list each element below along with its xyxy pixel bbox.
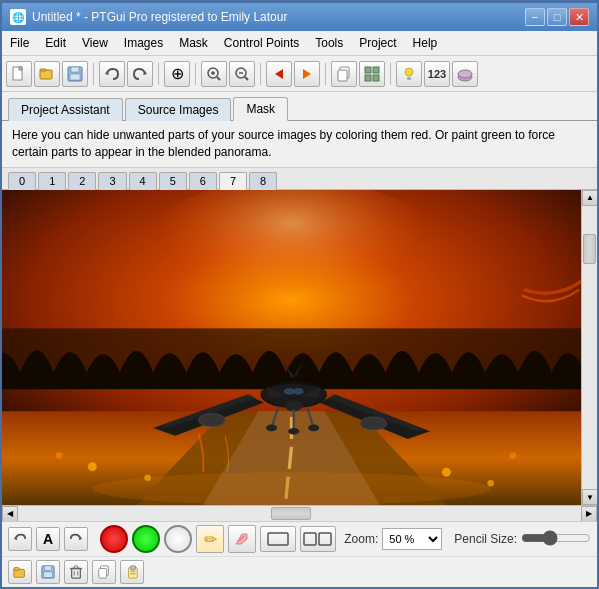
back-button[interactable] [266, 61, 292, 87]
zoom-in-button[interactable] [201, 61, 227, 87]
image-tab-3[interactable]: 3 [98, 172, 126, 190]
menu-view[interactable]: View [74, 33, 116, 53]
pencil-button[interactable]: ✏ [196, 525, 224, 553]
undo-tool-button[interactable] [8, 527, 32, 551]
svg-point-38 [442, 467, 451, 476]
text-tool-button[interactable]: A [36, 527, 60, 551]
horizontal-scrollbar[interactable]: ◀ ▶ [2, 505, 597, 521]
save-tool-button[interactable] [36, 560, 60, 584]
svg-point-26 [458, 70, 472, 78]
save-button[interactable] [62, 61, 88, 87]
image-tab-1[interactable]: 1 [38, 172, 66, 190]
svg-point-59 [308, 424, 319, 431]
open-tool-button[interactable] [8, 560, 32, 584]
scroll-track-horizontal[interactable] [18, 506, 581, 521]
menu-mask[interactable]: Mask [171, 33, 216, 53]
scroll-up-button[interactable]: ▲ [582, 190, 597, 206]
align-button[interactable]: ⊕ [164, 61, 190, 87]
svg-rect-68 [319, 533, 331, 545]
paint-green-button[interactable] [132, 525, 160, 553]
svg-rect-20 [373, 67, 379, 73]
svg-rect-66 [268, 533, 288, 545]
scroll-right-button[interactable]: ▶ [581, 506, 597, 522]
menu-file[interactable]: File [2, 33, 37, 53]
paint-tools: ✏ [100, 525, 336, 553]
window-title: Untitled * - PTGui Pro registered to Emi… [32, 10, 287, 24]
svg-rect-22 [373, 75, 379, 81]
image-tab-8[interactable]: 8 [249, 172, 277, 190]
sep-5 [325, 63, 326, 85]
paste-tool-button[interactable] [120, 560, 144, 584]
region1-button[interactable] [260, 526, 296, 552]
grid-button[interactable] [359, 61, 385, 87]
scroll-thumb-horizontal[interactable] [271, 507, 311, 520]
svg-rect-74 [72, 569, 81, 579]
svg-point-40 [56, 452, 63, 459]
info-bar: Here you can hide unwanted parts of your… [2, 121, 597, 168]
new-button[interactable] [6, 61, 32, 87]
menu-project[interactable]: Project [351, 33, 404, 53]
scroll-down-button[interactable]: ▼ [582, 489, 597, 505]
zoom-select[interactable]: 25 % 50 % 100 % 200 % Fit [382, 528, 442, 550]
menu-images[interactable]: Images [116, 33, 171, 53]
image-tab-0[interactable]: 0 [8, 172, 36, 190]
sep-4 [260, 63, 261, 85]
open-button[interactable] [34, 61, 60, 87]
scroll-left-button[interactable]: ◀ [2, 506, 18, 522]
svg-point-39 [487, 480, 494, 487]
sep-6 [390, 63, 391, 85]
delete-tool-button[interactable] [64, 560, 88, 584]
svg-line-14 [245, 77, 248, 80]
menu-control-points[interactable]: Control Points [216, 33, 307, 53]
main-window: 🌐 Untitled * - PTGui Pro registered to E… [0, 0, 599, 589]
copy-tool-button[interactable] [92, 560, 116, 584]
app-icon: 🌐 [10, 9, 26, 25]
eraser-button[interactable] [228, 525, 256, 553]
image-tab-5[interactable]: 5 [159, 172, 187, 190]
menu-bar: File Edit View Images Mask Control Point… [2, 31, 597, 56]
redo-tool-button[interactable] [64, 527, 88, 551]
svg-rect-73 [44, 572, 53, 577]
redo-button[interactable] [127, 61, 153, 87]
svg-point-62 [293, 388, 304, 395]
image-tab-7[interactable]: 7 [219, 172, 247, 190]
clear-button[interactable] [452, 61, 478, 87]
paint-red-button[interactable] [100, 525, 128, 553]
image-tab-4[interactable]: 4 [129, 172, 157, 190]
paint-erase-button[interactable] [164, 525, 192, 553]
zoom-label: Zoom: [344, 532, 378, 546]
scroll-track-vertical[interactable] [582, 206, 597, 489]
sep-2 [158, 63, 159, 85]
minimize-button[interactable]: − [525, 8, 545, 26]
pencil-slider-container [521, 528, 591, 551]
canvas-inner[interactable] [2, 190, 581, 505]
tab-mask[interactable]: Mask [233, 97, 288, 121]
image-tabs: 0 1 2 3 4 5 6 7 8 [2, 168, 597, 190]
bottom-toolbar-1: A ✏ Zoom: [2, 521, 597, 556]
pencil-size-slider[interactable] [521, 528, 591, 548]
menu-edit[interactable]: Edit [37, 33, 74, 53]
title-bar-left: 🌐 Untitled * - PTGui Pro registered to E… [10, 9, 287, 25]
image-tab-2[interactable]: 2 [68, 172, 96, 190]
svg-point-53 [360, 416, 387, 429]
tab-source-images[interactable]: Source Images [125, 98, 232, 121]
menu-tools[interactable]: Tools [307, 33, 351, 53]
svg-marker-16 [303, 69, 311, 79]
number-button[interactable]: 123 [424, 61, 450, 87]
close-button[interactable]: ✕ [569, 8, 589, 26]
undo-button[interactable] [99, 61, 125, 87]
svg-point-23 [405, 68, 413, 76]
image-tab-6[interactable]: 6 [189, 172, 217, 190]
forward-button[interactable] [294, 61, 320, 87]
tab-project-assistant[interactable]: Project Assistant [8, 98, 123, 121]
lightbulb-button[interactable] [396, 61, 422, 87]
vertical-scrollbar[interactable]: ▲ ▼ [581, 190, 597, 505]
menu-help[interactable]: Help [405, 33, 446, 53]
copy-button[interactable] [331, 61, 357, 87]
scroll-thumb-vertical[interactable] [583, 234, 596, 264]
maximize-button[interactable]: □ [547, 8, 567, 26]
main-content: 0 1 2 3 4 5 6 7 8 [2, 168, 597, 587]
pencil-size-label: Pencil Size: [454, 532, 517, 546]
zoom-out-button[interactable] [229, 61, 255, 87]
region2-button[interactable] [300, 526, 336, 552]
